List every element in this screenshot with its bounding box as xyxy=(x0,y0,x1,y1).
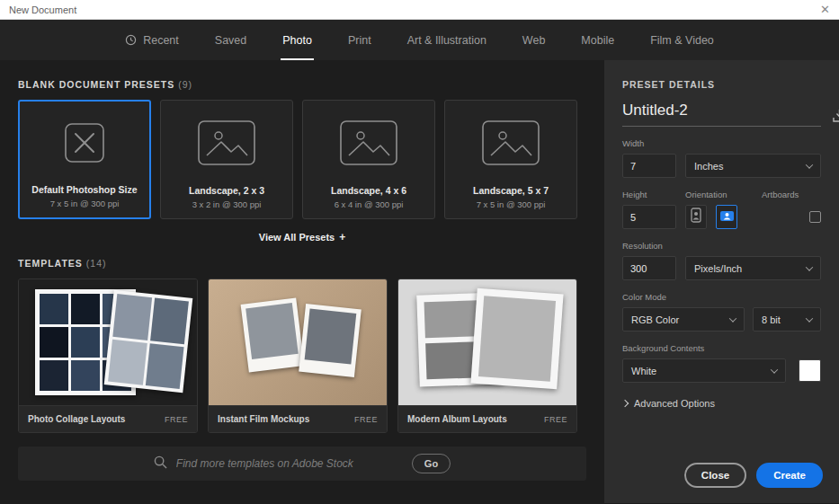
artboards-checkbox[interactable] xyxy=(809,211,821,223)
content-area: BLANK DOCUMENT PRESETS(9) Default Photos… xyxy=(0,60,604,503)
tab-label: Web xyxy=(522,34,545,47)
tab-mobile[interactable]: Mobile xyxy=(581,20,614,60)
template-name: Photo Collage Layouts xyxy=(28,414,125,424)
color-mode-dropdown[interactable]: RGB Color xyxy=(622,307,745,332)
tab-label: Art & Illustration xyxy=(407,34,486,47)
template-modern-album-layouts[interactable]: Modern Album Layouts FREE xyxy=(397,279,577,433)
template-photo-collage-layouts[interactable]: Photo Collage Layouts FREE xyxy=(18,279,198,433)
chevron-right-icon xyxy=(621,400,629,407)
background-contents-dropdown[interactable]: White xyxy=(622,358,786,383)
preset-name: Landscape, 5 x 7 xyxy=(473,185,549,196)
tab-photo[interactable]: Photo xyxy=(282,20,312,60)
category-tabbar: Recent Saved Photo Print Art & Illustrat… xyxy=(0,20,839,60)
preset-landscape-2x3[interactable]: Landscape, 2 x 3 3 x 2 in @ 300 ppi xyxy=(160,100,293,219)
adobe-stock-search-bar: Go xyxy=(18,447,586,481)
free-badge: FREE xyxy=(165,415,188,424)
tab-art-illustration[interactable]: Art & Illustration xyxy=(407,20,486,60)
preset-name: Default Photoshop Size xyxy=(31,184,137,195)
preset-landscape-5x7[interactable]: Landscape, 5 x 7 7 x 5 in @ 300 ppi xyxy=(444,100,577,219)
templates-count: (14) xyxy=(86,258,107,269)
template-name: Modern Album Layouts xyxy=(407,414,507,424)
view-all-presets-button[interactable]: View All Presets+ xyxy=(0,231,604,243)
preset-size: 7 x 5 in @ 300 ppi xyxy=(50,199,120,208)
close-button[interactable]: Close xyxy=(684,463,746,488)
close-icon[interactable]: ✕ xyxy=(820,4,830,15)
free-badge: FREE xyxy=(544,415,567,424)
free-badge: FREE xyxy=(354,415,378,424)
resolution-label: Resolution xyxy=(622,241,821,251)
save-preset-icon[interactable] xyxy=(832,109,839,127)
search-input[interactable] xyxy=(176,457,401,470)
bit-depth-dropdown[interactable]: 8 bit xyxy=(753,307,821,332)
background-color-swatch[interactable] xyxy=(799,359,821,382)
document-name-field[interactable] xyxy=(622,102,821,127)
plus-icon: + xyxy=(339,231,345,243)
tab-label: Print xyxy=(348,34,371,47)
units-dropdown[interactable]: Inches xyxy=(685,154,821,178)
preset-name: Landscape, 2 x 3 xyxy=(189,185,264,196)
presets-count: (9) xyxy=(178,79,192,90)
orientation-landscape-button[interactable] xyxy=(716,205,737,229)
new-document-dialog: New Document ✕ Recent Saved Photo Print … xyxy=(0,0,839,504)
tab-label: Recent xyxy=(143,34,179,47)
title-bar: New Document ✕ xyxy=(0,0,839,20)
image-icon xyxy=(197,101,256,185)
tab-label: Mobile xyxy=(581,34,614,47)
go-button[interactable]: Go xyxy=(412,454,451,473)
advanced-options-toggle[interactable]: Advanced Options xyxy=(622,398,821,409)
preset-list: Default Photoshop Size 7 x 5 in @ 300 pp… xyxy=(18,100,586,219)
landscape-icon xyxy=(719,209,735,225)
preset-name: Landscape, 4 x 6 xyxy=(331,185,406,196)
presets-section-header: BLANK DOCUMENT PRESETS(9) xyxy=(18,79,586,90)
template-instant-film-mockups[interactable]: Instant Film Mockups FREE xyxy=(208,279,388,433)
width-label: Width xyxy=(622,138,821,148)
chevron-down-icon xyxy=(729,314,736,322)
artboards-label: Artboards xyxy=(762,190,799,199)
preset-details-panel: PRESET DETAILS Width Inches Height Orien… xyxy=(604,60,839,503)
tab-web[interactable]: Web xyxy=(522,20,545,60)
chevron-down-icon xyxy=(806,263,813,270)
image-icon xyxy=(339,101,398,185)
preset-size: 3 x 2 in @ 300 ppi xyxy=(192,199,262,209)
height-input[interactable] xyxy=(622,205,676,229)
clock-icon xyxy=(125,34,137,46)
width-input[interactable] xyxy=(622,154,676,178)
template-thumbnail xyxy=(209,279,387,405)
preset-default-photoshop-size[interactable]: Default Photoshop Size 7 x 5 in @ 300 pp… xyxy=(18,100,151,219)
search-icon xyxy=(154,455,167,473)
create-button[interactable]: Create xyxy=(756,463,823,488)
chevron-down-icon xyxy=(771,366,778,373)
orientation-portrait-button[interactable] xyxy=(685,205,707,229)
orientation-label: Orientation xyxy=(685,190,762,199)
tab-label: Photo xyxy=(282,34,312,47)
tab-recent[interactable]: Recent xyxy=(125,20,179,60)
portrait-icon xyxy=(691,208,701,226)
templates-section-header: TEMPLATES(14) xyxy=(18,258,586,269)
template-thumbnail xyxy=(398,279,576,405)
tab-film-video[interactable]: Film & Video xyxy=(650,20,714,60)
preset-size: 7 x 5 in @ 300 ppi xyxy=(477,199,546,209)
tab-label: Saved xyxy=(215,34,246,47)
chevron-down-icon xyxy=(806,161,813,168)
template-name: Instant Film Mockups xyxy=(218,414,309,424)
template-list: Photo Collage Layouts FREE Instant Film … xyxy=(18,279,586,433)
image-icon xyxy=(481,101,540,185)
preset-size: 6 x 4 in @ 300 ppi xyxy=(335,199,404,209)
resolution-input[interactable] xyxy=(622,256,676,280)
height-label: Height xyxy=(622,190,685,199)
tab-print[interactable]: Print xyxy=(348,20,371,60)
resolution-units-dropdown[interactable]: Pixels/Inch xyxy=(685,256,821,280)
window-title: New Document xyxy=(9,4,76,15)
preset-details-header: PRESET DETAILS xyxy=(622,79,821,90)
template-thumbnail xyxy=(19,279,197,405)
crossed-tools-icon xyxy=(58,102,111,184)
tab-label: Film & Video xyxy=(650,34,714,47)
tab-saved[interactable]: Saved xyxy=(215,20,246,60)
color-mode-label: Color Mode xyxy=(622,292,821,302)
background-contents-label: Background Contents xyxy=(622,343,821,353)
preset-landscape-4x6[interactable]: Landscape, 4 x 6 6 x 4 in @ 300 ppi xyxy=(302,100,435,219)
chevron-down-icon xyxy=(806,314,813,322)
